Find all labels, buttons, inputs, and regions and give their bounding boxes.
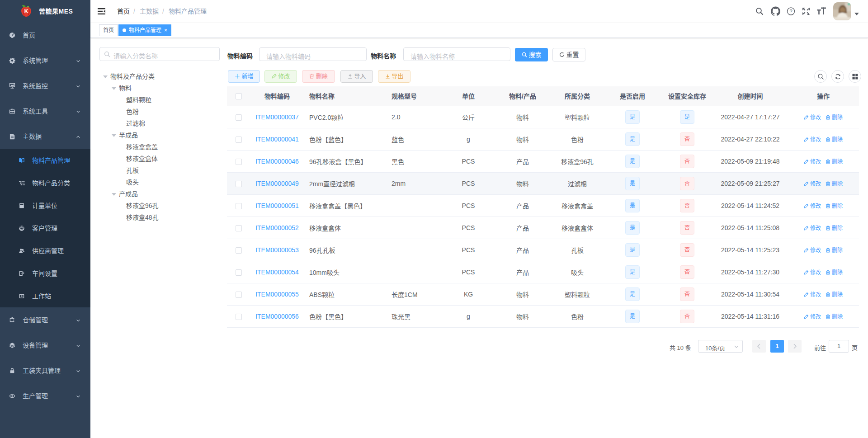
svg-text:K: K: [24, 8, 28, 14]
svg-text:?: ?: [789, 9, 792, 14]
